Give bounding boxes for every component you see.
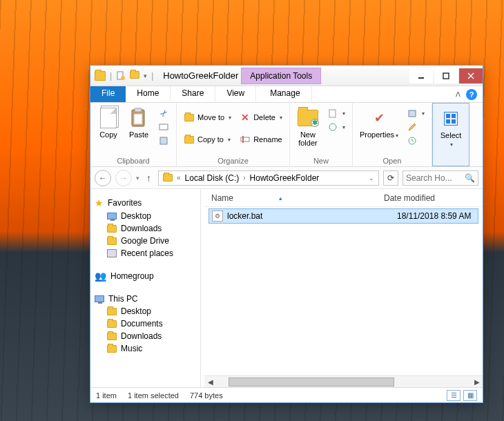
scroll-left-icon[interactable]: ◀ [204,376,216,388]
nav-tree[interactable]: ★Favorites Desktop Downloads Google Driv… [90,189,201,387]
new-file-icon[interactable] [116,71,126,81]
refresh-button[interactable]: ⟳ [383,170,398,186]
folder-icon [107,308,117,315]
svg-point-1 [121,76,125,80]
group-label: Open [357,155,427,166]
ribbon-group-new: ✱ New folder ▾ ▾ New [290,103,353,166]
clipboard-icon [130,108,148,128]
column-headers[interactable]: Name▴ Date modified [204,189,483,207]
tree-item-downloads2[interactable]: Downloads [93,330,197,342]
address-bar[interactable]: « Local Disk (C:) › HowtoGreekFolder ⌄ [158,170,379,186]
scissors-icon: ✂ [156,106,172,121]
recent-icon [107,249,117,257]
back-button[interactable]: ← [95,170,111,186]
breadcrumb-disk[interactable]: Local Disk (C:) [181,173,244,183]
cut-button[interactable]: ✂ [155,107,172,119]
copy-icon [100,108,117,128]
svg-rect-3 [443,73,449,79]
tree-thispc[interactable]: This PC [93,293,197,305]
tab-share[interactable]: Share [171,86,215,102]
recent-dropdown-icon[interactable]: ▾ [136,175,139,182]
new-folder-icon: ✱ [298,110,318,126]
tab-manage[interactable]: Manage [259,86,311,102]
tree-item-music[interactable]: Music [93,342,197,355]
ribbon-group-clipboard: Copy Paste ✂ Clipboard [90,103,177,166]
move-to-button[interactable]: Move to▾ [181,111,234,124]
context-tab[interactable]: Application Tools [241,68,321,84]
tree-homegroup[interactable]: 👥Homegroup [93,269,197,283]
history-icon [407,135,418,146]
tree-favorites[interactable]: ★Favorites [93,196,197,210]
tree-item-recent[interactable]: Recent places [93,247,197,260]
body: ★Favorites Desktop Downloads Google Driv… [90,189,483,387]
tab-home[interactable]: Home [126,86,171,102]
folder-icon [107,333,117,340]
delete-button[interactable]: ✕Delete▾ [237,111,285,124]
tab-file[interactable]: File [90,86,126,102]
qat-dropdown-icon[interactable]: ▾ [144,72,147,79]
ribbon-tabs: File Home Share View Manage ᐱ ? [90,86,483,103]
rename-icon [240,134,251,145]
open-icon [407,108,418,119]
view-details-icon[interactable]: ☰ [447,390,461,401]
file-row-selected[interactable]: ⚙ locker.bat 18/11/2018 8:59 AM [209,208,478,224]
copy-to-button[interactable]: Copy to▾ [181,133,234,146]
properties-quick-icon[interactable] [130,71,139,81]
move-to-icon [184,112,195,123]
delete-icon: ✕ [240,112,251,123]
help-icon[interactable]: ? [466,89,477,100]
group-label: Organize [181,155,285,166]
col-date[interactable]: Date modified [384,193,483,203]
select-all-icon [444,112,458,126]
bat-file-icon: ⚙ [212,210,223,222]
properties-button[interactable]: ✔ Properties▾ [357,106,401,141]
scroll-right-icon[interactable]: ▶ [471,376,483,388]
col-name[interactable]: Name [211,193,233,203]
paste-shortcut-icon [158,135,169,146]
copy-button[interactable]: Copy [95,106,122,140]
svg-rect-7 [135,108,142,112]
tree-item-documents[interactable]: Documents [93,317,197,330]
breadcrumb-folder[interactable]: HowtoGreekFolder [246,173,324,183]
rename-button[interactable]: Rename [237,133,285,146]
svg-rect-9 [159,124,168,130]
chevron-down-icon: ▾ [280,115,282,121]
tree-item-desktop[interactable]: Desktop [93,210,197,222]
horizontal-scrollbar[interactable]: ◀ ▶ [204,375,483,387]
new-folder-button[interactable]: ✱ New folder [294,106,322,148]
select-button[interactable]: Select▾ [437,106,465,150]
edit-button[interactable] [404,121,427,133]
search-input[interactable]: Search Ho... 🔍 [403,170,478,186]
svg-rect-11 [241,137,249,141]
paste-shortcut-button[interactable] [155,135,172,147]
paste-button[interactable]: Paste [125,106,153,140]
tab-view[interactable]: View [215,86,256,102]
copy-path-icon [158,121,169,133]
address-dropdown-icon[interactable]: ⌄ [365,175,378,182]
ribbon-collapse-icon[interactable]: ᐱ [456,90,461,98]
folder-icon [95,71,106,81]
view-large-icon[interactable]: ▦ [463,390,477,401]
ribbon: Copy Paste ✂ Clipboard Move to▾ [90,103,483,167]
minimize-button[interactable] [409,68,433,84]
file-list[interactable]: Name▴ Date modified ⚙ locker.bat 18/11/2… [204,189,483,387]
new-item-button[interactable]: ▾ [324,107,348,119]
tree-item-desktop2[interactable]: Desktop [93,305,197,317]
easy-access-button[interactable]: ▾ [324,121,348,133]
tree-item-googledrive[interactable]: Google Drive [93,235,197,247]
ribbon-group-organize: Move to▾ Copy to▾ ✕Delete▾ Rename Organi… [177,103,290,166]
forward-button[interactable]: → [115,170,132,186]
open-button[interactable]: ▾ [404,107,427,119]
history-button[interactable] [404,135,427,147]
maximize-button[interactable] [434,68,458,84]
up-button[interactable]: ↑ [144,173,154,184]
desktop-icon [107,213,117,219]
scrollbar-thumb[interactable] [229,378,394,386]
tree-item-downloads[interactable]: Downloads [93,222,197,235]
close-button[interactable] [459,68,483,84]
group-label: Clipboard [95,155,172,166]
copy-path-button[interactable] [155,121,172,133]
folder-icon [107,225,117,233]
svg-rect-13 [329,110,336,117]
easy-access-icon [327,121,338,133]
